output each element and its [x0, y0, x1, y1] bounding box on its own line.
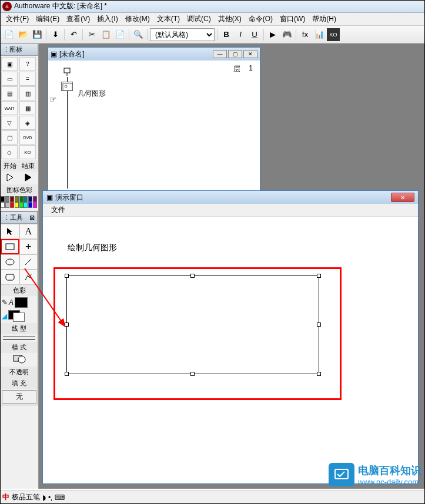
wait-icon[interactable]: WAIT	[1, 101, 18, 115]
end-flag-icon[interactable]	[24, 173, 32, 183]
new-button[interactable]: 📄	[2, 28, 15, 41]
color-swatch[interactable]	[5, 196, 9, 202]
framework-icon[interactable]: ▢	[1, 130, 18, 145]
bucket-icon[interactable]: ◢	[2, 312, 7, 320]
color-swatch[interactable]	[33, 202, 37, 208]
keyboard-icon[interactable]: ⌨	[55, 493, 65, 502]
handle-sw[interactable]	[65, 372, 69, 376]
color-swatch[interactable]	[28, 202, 32, 208]
text-style-icon[interactable]: A	[9, 298, 14, 307]
polygon-tool[interactable]	[19, 270, 38, 285]
line-tool[interactable]: +	[19, 239, 38, 254]
menu-view[interactable]: 查看(V)	[63, 13, 93, 25]
demo-menu-file[interactable]: 文件	[48, 204, 69, 215]
color-swatch[interactable]	[24, 202, 28, 208]
ime-punct-icon[interactable]: •ˌ	[48, 493, 52, 502]
handle-ne[interactable]	[317, 274, 321, 278]
drawn-rectangle[interactable]	[66, 275, 319, 374]
canvas[interactable]: 绘制几何图形	[43, 217, 418, 483]
maximize-button[interactable]: ▢	[228, 50, 242, 58]
line-style-picker[interactable]	[1, 334, 38, 342]
minimize-button[interactable]: —	[213, 50, 227, 58]
color-palette[interactable]	[0, 196, 38, 209]
open-button[interactable]: 📂	[16, 28, 29, 41]
menu-window[interactable]: 窗口(W)	[276, 13, 309, 25]
demo-close-button[interactable]: ✕	[391, 193, 414, 202]
handle-se[interactable]	[317, 372, 321, 376]
ellipse-tool[interactable]	[1, 254, 19, 270]
color-swatch[interactable]	[33, 196, 37, 202]
start-flag-icon[interactable]	[6, 173, 14, 183]
mode-picker[interactable]	[1, 353, 38, 367]
ime-name[interactable]: 极品五笔	[12, 492, 40, 502]
handle-s[interactable]	[190, 372, 195, 376]
color-swatch[interactable]	[1, 202, 5, 208]
menu-command[interactable]: 命令(O)	[245, 13, 276, 25]
underline-button[interactable]: U	[248, 28, 261, 41]
color-swatch[interactable]	[1, 196, 5, 202]
menu-text[interactable]: 文本(T)	[153, 13, 183, 25]
motion-icon[interactable]: ？	[19, 57, 36, 71]
run-button[interactable]: ▶	[266, 28, 279, 41]
undo-button[interactable]: ↶	[67, 28, 80, 41]
menu-modify[interactable]: 修改(M)	[122, 13, 153, 25]
color-swatch[interactable]	[15, 202, 19, 208]
display-icon[interactable]: ▣	[1, 57, 18, 71]
color-swatch[interactable]	[10, 202, 14, 208]
bg-color-front[interactable]	[13, 313, 25, 322]
ko-icon[interactable]: KO	[19, 145, 36, 159]
rectangle-tool[interactable]	[1, 239, 19, 254]
handle-n[interactable]	[190, 274, 195, 278]
erase-icon[interactable]: ▭	[1, 72, 18, 86]
handle-nw[interactable]	[65, 274, 69, 278]
control-button[interactable]: 🎮	[280, 28, 293, 41]
diagonal-tool[interactable]	[19, 254, 38, 270]
color-swatch[interactable]	[24, 196, 28, 202]
rounded-rect-tool[interactable]	[1, 270, 19, 285]
flow-icon-label[interactable]: 几何图形	[78, 89, 106, 99]
menu-insert[interactable]: 插入(I)	[93, 13, 121, 25]
pointer-tool[interactable]	[1, 224, 19, 239]
menu-file[interactable]: 文件(F)	[2, 13, 32, 25]
func-button[interactable]: fx	[299, 28, 312, 41]
pen-color-icon[interactable]: ✎	[2, 298, 8, 307]
digital-icon[interactable]: ▥	[19, 86, 36, 100]
display-flow-icon[interactable]	[61, 82, 73, 91]
italic-button[interactable]: I	[234, 28, 247, 41]
color-swatch[interactable]	[28, 196, 32, 202]
color-swatch[interactable]	[5, 202, 9, 208]
menu-help[interactable]: 帮助(H)	[309, 13, 340, 25]
movie-icon[interactable]: ▦	[19, 101, 36, 115]
color-swatch[interactable]	[15, 196, 19, 202]
menu-other[interactable]: 其他(X)	[215, 13, 245, 25]
handle-e[interactable]	[317, 322, 321, 327]
handle-w[interactable]	[65, 322, 69, 327]
fill-value[interactable]: 无	[2, 390, 36, 404]
sound-icon[interactable]: ▤	[1, 86, 18, 100]
paste-button[interactable]: 📄	[113, 28, 126, 41]
import-button[interactable]: ⬇	[49, 28, 62, 41]
var-button[interactable]: 📊	[313, 28, 326, 41]
ime-mode-icon[interactable]: ◗	[42, 493, 46, 502]
text-tool[interactable]: A	[19, 224, 38, 239]
ime-icon[interactable]: 中	[2, 492, 9, 502]
color-swatch[interactable]	[10, 196, 14, 202]
copy-button[interactable]: 📋	[99, 28, 112, 41]
interaction-icon[interactable]: ◈	[19, 116, 36, 130]
cut-button[interactable]: ✂	[85, 28, 98, 41]
color-swatch[interactable]	[19, 196, 24, 202]
menu-debug[interactable]: 调试(C)	[183, 13, 215, 25]
save-button[interactable]: 💾	[31, 28, 43, 41]
dvd-icon[interactable]: DVD	[19, 130, 36, 145]
find-button[interactable]: 🔍	[132, 28, 145, 41]
menu-edit[interactable]: 编辑(E)	[32, 13, 63, 25]
decision-icon[interactable]: ◇	[1, 145, 18, 159]
calc-icon[interactable]: =	[19, 72, 36, 86]
close-button[interactable]: ✕	[243, 50, 257, 58]
color-swatch[interactable]	[19, 202, 24, 208]
style-dropdown[interactable]: (默认风格)	[150, 28, 215, 41]
nav-icon[interactable]: ▽	[1, 116, 18, 130]
bold-button[interactable]: B	[220, 28, 233, 41]
ko-button[interactable]: KO	[327, 28, 340, 41]
fg-color[interactable]	[15, 297, 28, 308]
